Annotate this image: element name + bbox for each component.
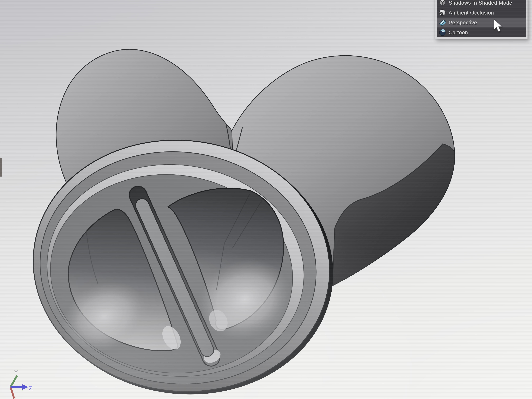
perspective-frustum-icon (438, 19, 447, 26)
view-settings-context-menu: Shadows In Shaded Mode Am (435, 0, 527, 39)
menu-item-ambient-occlusion[interactable]: Ambient Occlusion (437, 8, 526, 18)
triad-x-axis[interactable] (11, 387, 14, 399)
menu-item-label: Ambient Occlusion (449, 10, 494, 16)
menu-item-cartoon[interactable]: Cartoon (437, 27, 526, 37)
cartoon-sphere-icon (438, 29, 447, 36)
left-edge-ui-fragment (0, 158, 2, 177)
menu-item-label: Perspective (449, 20, 477, 25)
view-settings-menu-list: Shadows In Shaded Mode Am (437, 0, 526, 37)
triad-y-axis[interactable] (11, 375, 17, 387)
triad-z-label: Z (29, 385, 32, 392)
orientation-triad[interactable]: Y Z (11, 369, 32, 399)
menu-item-perspective[interactable]: Perspective (437, 18, 526, 27)
shaded-cube-icon (438, 0, 447, 6)
menu-item-label: Shadows In Shaded Mode (449, 0, 512, 6)
triad-z-axis[interactable] (11, 384, 28, 390)
cad-viewport[interactable]: Y Z Shadows In Shaded Mode (0, 0, 532, 399)
menu-item-shadows-in-shaded-mode[interactable]: Shadows In Shaded Mode (437, 0, 526, 8)
occlusion-sphere-icon (438, 9, 447, 17)
menu-item-label: Cartoon (449, 30, 468, 36)
viewport-canvas[interactable]: Y Z (0, 0, 532, 399)
mouse-cursor (494, 19, 504, 33)
triad-y-label: Y (14, 369, 18, 375)
